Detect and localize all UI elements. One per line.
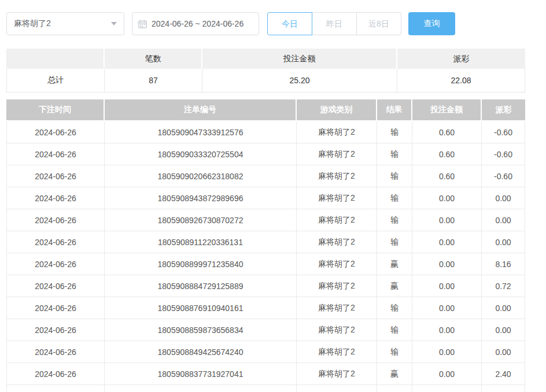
table-row: 2024-06-26 1805908837731927041 麻将胡了2 赢 0… <box>6 363 525 385</box>
game-type-cell: 麻将胡了2 <box>297 121 377 143</box>
table-row: 2024-06-26 1805909033320725504 麻将胡了2 输 0… <box>6 143 525 165</box>
game-type-cell: 麻将胡了2 <box>297 187 377 209</box>
game-type-cell: 麻将胡了2 <box>297 275 377 297</box>
header-order-id: 注单编号 <box>105 99 297 120</box>
bet-amount-cell: 0.60 <box>412 165 482 187</box>
bet-amount-cell: 0.00 <box>412 319 482 341</box>
header-payout: 派彩 <box>482 99 525 120</box>
bet-time-cell: 2024-06-26 <box>6 363 105 385</box>
order-id-cell: 1805908876910940161 <box>105 297 297 319</box>
bet-time-cell: 2024-06-26 <box>6 121 105 143</box>
bet-amount-cell: 0.00 <box>412 341 482 363</box>
summary-header-bet-amount: 投注金额 <box>202 49 397 69</box>
summary-total-count: 87 <box>105 69 202 93</box>
date-range-value: 2024-06-26 ~ 2024-06-26 <box>152 19 244 28</box>
bet-amount-cell: 0.00 <box>412 209 482 231</box>
result-cell: 输 <box>377 297 412 319</box>
game-select[interactable]: 麻将胡了2 <box>6 12 124 35</box>
bet-time-cell: 2024-06-26 <box>6 253 105 275</box>
payout-cell: 8.16 <box>482 253 525 275</box>
order-id-cell: 1805908926730870272 <box>105 209 297 231</box>
game-type-cell: 麻将胡了2 <box>297 165 377 187</box>
order-id-cell: 1805908837731927041 <box>105 363 297 385</box>
payout-cell: 0.00 <box>482 341 525 363</box>
filter-bar: 麻将胡了2 2024-06-26 ~ 2024-06-26 今日 昨日 近8日 … <box>6 12 546 35</box>
payout-cell: -0.60 <box>482 121 525 143</box>
bet-amount-cell: 0.00 <box>412 187 482 209</box>
quick-date-button-group: 今日 昨日 近8日 <box>267 12 401 35</box>
game-select-value: 麻将胡了2 <box>14 19 108 29</box>
order-id-cell: 1805909020662318082 <box>105 165 297 187</box>
order-id-cell: 1805909033320725504 <box>105 143 297 165</box>
result-cell: 输 <box>377 187 412 209</box>
result-cell: 赢 <box>377 253 412 275</box>
records-table: 下注时间 注单编号 游戏类别 结果 投注金额 派彩 2024-06-26 180… <box>6 99 525 392</box>
order-id-cell: 1805908884729125889 <box>105 275 297 297</box>
bet-amount-cell: 0.00 <box>412 253 482 275</box>
last-8-days-button[interactable]: 近8日 <box>356 12 401 35</box>
bet-amount-cell: 0.60 <box>412 121 482 143</box>
payout-cell: 2.40 <box>482 363 525 385</box>
payout-cell: 0.00 <box>482 297 525 319</box>
order-id-cell: 1805908899971235840 <box>105 253 297 275</box>
result-cell: 赢 <box>377 275 412 297</box>
date-range-input[interactable]: 2024-06-26 ~ 2024-06-26 <box>132 12 259 35</box>
result-cell: 输 <box>377 319 412 341</box>
bet-amount-cell: 0.00 <box>412 363 482 385</box>
bet-time-cell: 2024-06-26 <box>6 341 105 363</box>
summary-total-bet-amount: 25.20 <box>202 69 397 93</box>
result-cell: 输 <box>377 121 412 143</box>
bet-time-cell: 2024-06-26 <box>6 275 105 297</box>
bet-time-cell: 2024-06-26 <box>6 231 105 253</box>
game-type-cell: 麻将胡了2 <box>297 209 377 231</box>
game-type-cell: 麻将胡了2 <box>297 341 377 363</box>
order-id-cell: 1805908911220336131 <box>105 231 297 253</box>
game-type-cell: 麻将胡了2 <box>297 319 377 341</box>
summary-total-label: 总计 <box>6 69 105 93</box>
records-header-row: 下注时间 注单编号 游戏类别 结果 投注金额 派彩 <box>6 99 525 120</box>
calendar-icon <box>138 20 147 28</box>
result-cell: 赢 <box>377 363 412 385</box>
records-body: 2024-06-26 1805909047333912576 麻将胡了2 输 0… <box>6 121 525 385</box>
bet-amount-cell: 0.00 <box>412 231 482 253</box>
yesterday-button[interactable]: 昨日 <box>312 12 357 35</box>
table-row-partial <box>6 385 525 392</box>
result-cell: 输 <box>377 143 412 165</box>
summary-header-row: 笔数 投注金额 派彩 <box>6 49 525 69</box>
header-game-type: 游戏类别 <box>297 99 377 120</box>
payout-cell: -0.60 <box>482 143 525 165</box>
bet-amount-cell: 0.60 <box>412 143 482 165</box>
payout-cell: 0.00 <box>482 231 525 253</box>
order-id-cell: 1805908849425674240 <box>105 341 297 363</box>
result-cell: 输 <box>377 341 412 363</box>
bet-time-cell: 2024-06-26 <box>6 165 105 187</box>
table-row: 2024-06-26 1805908911220336131 麻将胡了2 输 0… <box>6 231 525 253</box>
order-id-cell: 1805908943872989696 <box>105 187 297 209</box>
search-button[interactable]: 查询 <box>408 12 455 35</box>
payout-cell: -0.60 <box>482 165 525 187</box>
bet-time-cell: 2024-06-26 <box>6 209 105 231</box>
table-row: 2024-06-26 1805908899971235840 麻将胡了2 赢 0… <box>6 253 525 275</box>
today-button[interactable]: 今日 <box>267 12 312 35</box>
table-row: 2024-06-26 1805909020662318082 麻将胡了2 输 0… <box>6 165 525 187</box>
table-row: 2024-06-26 1805908859873656834 麻将胡了2 输 0… <box>6 319 525 341</box>
bet-time-cell: 2024-06-26 <box>6 319 105 341</box>
chevron-down-icon <box>111 22 117 25</box>
table-row: 2024-06-26 1805908876910940161 麻将胡了2 输 0… <box>6 297 525 319</box>
header-bet-time: 下注时间 <box>6 99 105 120</box>
order-id-cell: 1805909047333912576 <box>105 121 297 143</box>
game-type-cell: 麻将胡了2 <box>297 363 377 385</box>
table-row: 2024-06-26 1805909047333912576 麻将胡了2 输 0… <box>6 121 525 143</box>
game-type-cell: 麻将胡了2 <box>297 143 377 165</box>
summary-table: 笔数 投注金额 派彩 总计 87 25.20 22.08 <box>6 49 525 93</box>
result-cell: 输 <box>377 231 412 253</box>
table-row: 2024-06-26 1805908849425674240 麻将胡了2 输 0… <box>6 341 525 363</box>
payout-cell: 0.72 <box>482 275 525 297</box>
summary-header-count: 笔数 <box>105 49 202 69</box>
bet-amount-cell: 0.00 <box>412 297 482 319</box>
header-bet-amount: 投注金额 <box>412 99 482 120</box>
payout-cell: 0.00 <box>482 209 525 231</box>
header-result: 结果 <box>377 99 412 120</box>
table-row: 2024-06-26 1805908884729125889 麻将胡了2 赢 0… <box>6 275 525 297</box>
bet-time-cell: 2024-06-26 <box>6 297 105 319</box>
